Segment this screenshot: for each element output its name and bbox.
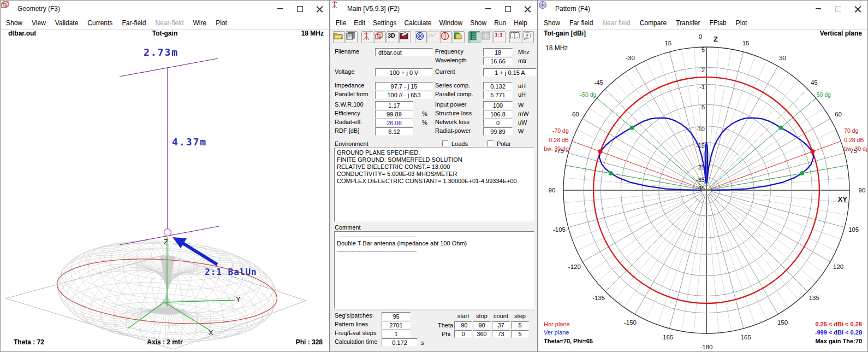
manual-book-button[interactable] <box>509 31 521 43</box>
polar-checkbox-label[interactable]: Polar <box>497 140 511 147</box>
scale-1to1-button[interactable]: 1:1 <box>494 31 506 43</box>
main-menu-file[interactable]: File <box>336 19 346 27</box>
theta-sweep-label: Theta <box>438 322 453 328</box>
svg-text:1:1: 1:1 <box>495 32 503 38</box>
structure-loss-value[interactable]: 106.8 <box>483 110 513 118</box>
hor-plane-legend: Hor plane <box>544 321 570 327</box>
x-axis-label: X <box>209 328 213 337</box>
view-3d-button[interactable]: 3D <box>387 31 399 43</box>
environment-textarea[interactable]: GROUND PLANE SPECIFIED.FINITE GROUND. SO… <box>334 148 534 222</box>
output-data-button[interactable] <box>468 31 480 43</box>
s-w-r-100-value[interactable]: 1.17 <box>375 101 413 109</box>
minimize-icon <box>277 8 283 9</box>
theta-count-value[interactable]: 37 <box>492 321 510 329</box>
current-value[interactable]: 1 + j 0.15 A <box>483 68 537 77</box>
main-app-icon <box>335 4 343 13</box>
theta-stop-value[interactable]: 90 <box>473 321 491 329</box>
main-maximize-button[interactable] <box>498 1 518 17</box>
phi-stop-value[interactable]: 360 <box>473 330 491 338</box>
save-files-button[interactable] <box>346 31 358 43</box>
svg-text:-150: -150 <box>624 319 637 326</box>
theta-step-value[interactable]: 5 <box>511 321 529 329</box>
main-menu-help[interactable]: Help <box>514 19 527 27</box>
pattern-lines-label: Pattern lines <box>335 321 368 327</box>
geometry-minimize-button[interactable] <box>270 1 290 17</box>
run-nec-button[interactable] <box>361 31 373 43</box>
main-close-button[interactable] <box>518 1 537 17</box>
seg-s-patches-value[interactable]: 95 <box>382 312 411 320</box>
loads-checkbox[interactable] <box>442 140 448 146</box>
environment-line: FINITE GROUND. SOMMERFELD SOLUTION <box>337 156 532 163</box>
geometry-3d-view[interactable]: ZYX <box>1 17 329 352</box>
axis-status: Axis : 2 mtr <box>1 338 329 346</box>
radiat-power-value[interactable]: 99.89 <box>483 127 513 136</box>
theta-start-value[interactable]: -90 <box>454 321 472 329</box>
svg-text:150: 150 <box>777 319 788 326</box>
feedpoint-marker <box>164 229 171 236</box>
phi-step-value[interactable]: 5 <box>511 330 529 338</box>
pattern-lines-value[interactable]: 2701 <box>382 321 411 329</box>
parallel-comp-value[interactable]: 5.771 <box>483 91 513 99</box>
input-power-value[interactable]: 100 <box>483 101 513 109</box>
main-menu-calculate[interactable]: Calculate <box>404 19 431 27</box>
top-bar-length-label: 2.73m <box>144 46 179 58</box>
frequency-value[interactable]: 18 <box>483 48 513 56</box>
network-loss-unit: uW <box>518 119 527 126</box>
series-comp-unit: uH <box>518 83 526 89</box>
z-axis-tag: Z <box>714 35 718 43</box>
geometry-window-button[interactable] <box>374 31 386 43</box>
series-comp-value[interactable]: 0.132 <box>483 82 513 90</box>
polar-chart[interactable]: 52-1-5-10-15-25-35-45-165-150-135-120-10… <box>538 1 867 351</box>
data-grid-button[interactable] <box>481 31 493 43</box>
network-loss-value[interactable]: 0 <box>483 119 513 127</box>
phi-status: Phi : 328 <box>296 338 323 346</box>
pattern-window: Pattern (F4) ShowFar fieldNear fieldComp… <box>538 0 868 352</box>
s-w-r-100-label: S.W.R.100 <box>335 101 364 108</box>
main-menu-show[interactable]: Show <box>470 19 486 27</box>
line-chart-icon <box>428 32 437 39</box>
phi-start-value[interactable]: 0 <box>454 330 472 338</box>
main-titlebar[interactable]: Main [V5.9.3] (F2) <box>330 1 537 17</box>
main-menu-edit[interactable]: Edit <box>354 19 365 27</box>
output-data-icon <box>469 32 477 40</box>
main-menu-window[interactable]: Window <box>439 19 462 27</box>
geometry-close-button[interactable] <box>310 1 329 17</box>
main-menu-run[interactable]: Run <box>494 19 506 27</box>
pattern-window-button[interactable] <box>415 31 427 43</box>
smith-chart-button[interactable] <box>440 31 452 43</box>
efficiency-value[interactable]: 99.89 <box>375 110 413 118</box>
svg-text:-30: -30 <box>626 55 635 61</box>
geometry-app-icon <box>5 4 14 13</box>
voltage-value[interactable]: 100 + j 0 V <box>375 68 433 77</box>
geometry-maximize-button[interactable] <box>290 1 310 17</box>
freq-eval-steps-value[interactable]: 1 <box>382 330 411 338</box>
impedance-value[interactable]: 97.7 - j 15 <box>375 82 433 90</box>
comment-textarea[interactable]: ----------------------------------------… <box>334 231 534 309</box>
svg-text:-5: -5 <box>699 104 705 110</box>
loads-checkbox-label[interactable]: Loads <box>451 140 468 147</box>
fftab-files-icon <box>453 32 462 40</box>
main-minimize-button[interactable] <box>478 1 498 17</box>
open-folder-icon <box>334 32 343 39</box>
phi-count-value[interactable]: 73 <box>492 330 510 338</box>
comment-line: ---------------------------------------- <box>337 247 532 254</box>
beamwidth-dot <box>778 126 783 130</box>
close-icon <box>524 5 531 13</box>
help-button[interactable]: ? <box>522 31 534 43</box>
input-power-label: Input power <box>435 101 466 108</box>
radiat-eff-value[interactable]: 26.06 <box>375 119 413 127</box>
open-folder-button[interactable] <box>333 31 345 43</box>
fftab-files-button[interactable] <box>453 31 465 43</box>
scale-1to1-icon: 1:1 <box>494 32 504 39</box>
nec-editor-button[interactable] <box>399 31 411 43</box>
polar-checkbox[interactable] <box>487 140 494 146</box>
svg-text:120: 120 <box>833 263 843 270</box>
wavelength-value[interactable]: 16.66 <box>483 57 513 65</box>
main-menu-settings[interactable]: Settings <box>373 19 396 27</box>
filename-value[interactable]: dtbar.out <box>375 48 433 56</box>
line-chart-button[interactable] <box>427 31 439 43</box>
calculation-time-value[interactable]: 0.172 <box>382 338 418 347</box>
geometry-titlebar[interactable]: Geometry (F3) <box>1 1 329 17</box>
parallel-form-value[interactable]: 100 // - j 653 <box>375 91 433 99</box>
rdf-db-value[interactable]: 6.12 <box>375 127 413 136</box>
